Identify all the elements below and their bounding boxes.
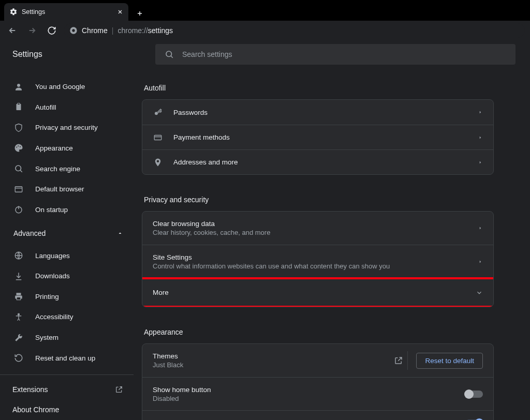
search-icon xyxy=(165,50,174,59)
sidebar-item-you-and-google[interactable]: You and Google xyxy=(0,77,134,97)
browser-toolbar: Chrome | chrome://settings xyxy=(0,21,530,39)
row-addresses[interactable]: Addresses and more xyxy=(142,149,493,174)
sidebar-item-extensions[interactable]: Extensions xyxy=(0,379,134,400)
row-show-home-button[interactable]: Show home button Disabled xyxy=(142,377,493,410)
omnibox-separator: | xyxy=(112,26,114,35)
chevron-right-icon xyxy=(478,135,483,140)
open-external-icon[interactable] xyxy=(389,351,408,370)
card-icon xyxy=(153,132,163,143)
shield-icon xyxy=(13,123,24,133)
chevron-right-icon xyxy=(478,160,483,165)
chevron-right-icon xyxy=(478,259,483,264)
row-show-bookmarks-bar[interactable]: Show bookmarks bar xyxy=(142,410,493,420)
sidebar-item-printing[interactable]: Printing xyxy=(0,287,134,307)
appearance-card: Themes Just Black Reset to default Show … xyxy=(142,343,494,420)
back-button[interactable] xyxy=(5,23,20,38)
restore-icon xyxy=(13,353,24,363)
clipboard-icon xyxy=(13,102,24,112)
chevron-right-icon xyxy=(478,226,483,231)
sidebar-item-system[interactable]: System xyxy=(0,327,134,348)
sidebar-item-downloads[interactable]: Downloads xyxy=(0,266,134,287)
svg-point-3 xyxy=(17,84,20,87)
sidebar-item-privacy[interactable]: Privacy and security xyxy=(0,117,134,138)
main-content: Autofill Passwords Payment methods xyxy=(134,69,530,420)
omnibox-url: chrome://settings xyxy=(117,26,173,35)
page-title: Settings xyxy=(0,50,155,59)
svg-rect-13 xyxy=(17,297,21,300)
omnibox-origin-label: Chrome xyxy=(82,26,108,35)
sidebar-item-about[interactable]: About Chrome xyxy=(0,399,134,420)
accessibility-icon xyxy=(13,312,24,322)
section-title-appearance: Appearance xyxy=(144,328,494,336)
svg-rect-16 xyxy=(154,135,161,140)
search-input[interactable] xyxy=(182,50,506,58)
sidebar-item-on-startup[interactable]: On startup xyxy=(0,199,134,220)
reload-button[interactable] xyxy=(45,23,59,38)
sidebar-item-default-browser[interactable]: Default browser xyxy=(0,179,134,200)
search-settings[interactable] xyxy=(155,44,516,65)
sidebar-divider xyxy=(0,374,134,375)
sidebar-item-search-engine[interactable]: Search engine xyxy=(0,158,134,179)
wrench-icon xyxy=(13,333,24,343)
svg-point-15 xyxy=(155,112,158,115)
download-icon xyxy=(13,271,24,281)
globe-icon xyxy=(13,250,24,261)
row-site-settings[interactable]: Site Settings Control what information w… xyxy=(142,245,493,278)
person-icon xyxy=(13,82,24,92)
reset-theme-button[interactable]: Reset to default xyxy=(416,353,483,369)
sidebar-item-accessibility[interactable]: Accessibility xyxy=(0,307,134,327)
gear-icon xyxy=(9,8,18,16)
close-icon[interactable] xyxy=(117,9,123,15)
address-bar[interactable]: Chrome | chrome://settings xyxy=(64,23,525,38)
svg-rect-5 xyxy=(18,103,20,105)
svg-point-2 xyxy=(166,51,172,57)
location-icon xyxy=(153,157,163,168)
svg-point-6 xyxy=(16,147,17,148)
section-title-privacy: Privacy and security xyxy=(144,196,494,204)
row-more-privacy[interactable]: More xyxy=(142,278,493,307)
row-payment-methods[interactable]: Payment methods xyxy=(142,125,493,149)
chrome-logo-icon xyxy=(69,26,78,35)
search-icon xyxy=(13,163,24,174)
sidebar-group-advanced[interactable]: Advanced xyxy=(0,223,134,244)
home-button-toggle[interactable] xyxy=(465,391,483,398)
svg-point-9 xyxy=(16,166,21,171)
svg-point-8 xyxy=(20,146,21,147)
row-clear-browsing-data[interactable]: Clear browsing data Clear history, cooki… xyxy=(142,212,493,245)
sidebar-item-autofill[interactable]: Autofill xyxy=(0,97,134,118)
chevron-right-icon xyxy=(478,110,483,115)
sidebar-item-appearance[interactable]: Appearance xyxy=(0,138,134,159)
forward-button xyxy=(25,23,39,38)
power-icon xyxy=(13,204,24,215)
svg-rect-10 xyxy=(15,186,22,192)
svg-point-7 xyxy=(18,146,19,147)
chevron-up-icon xyxy=(117,230,123,236)
key-icon xyxy=(153,107,163,117)
privacy-card: Clear browsing data Clear history, cooki… xyxy=(142,211,494,307)
app-header: Settings xyxy=(0,39,530,69)
section-title-autofill: Autofill xyxy=(144,84,494,92)
tab-strip: Settings xyxy=(0,0,530,21)
svg-point-14 xyxy=(18,313,20,315)
browser-tab-settings[interactable]: Settings xyxy=(4,3,128,21)
autofill-card: Passwords Payment methods Addresses and … xyxy=(142,99,494,175)
sidebar: You and Google Autofill Privacy and secu… xyxy=(0,69,134,420)
svg-point-1 xyxy=(72,29,75,32)
sidebar-item-languages[interactable]: Languages xyxy=(0,246,134,266)
row-themes[interactable]: Themes Just Black Reset to default xyxy=(142,344,493,377)
row-passwords[interactable]: Passwords xyxy=(142,100,493,125)
open-external-icon xyxy=(115,385,123,394)
browser-icon xyxy=(13,184,24,194)
sidebar-item-reset[interactable]: Reset and clean up xyxy=(0,348,134,368)
palette-icon xyxy=(13,143,24,153)
settings-app: Settings You and Google Autofill Privacy… xyxy=(0,39,530,420)
tab-title: Settings xyxy=(22,8,45,16)
chevron-down-icon xyxy=(476,289,483,296)
new-tab-button[interactable] xyxy=(132,6,147,21)
printer-icon xyxy=(13,291,24,302)
